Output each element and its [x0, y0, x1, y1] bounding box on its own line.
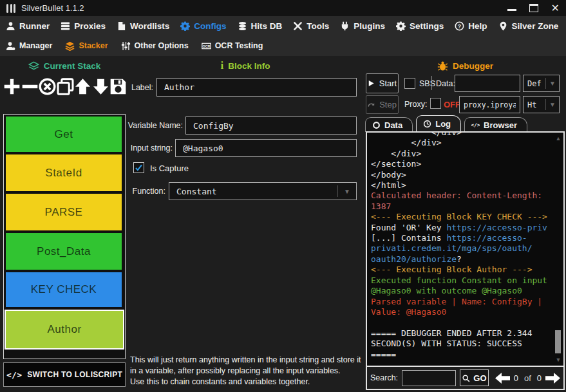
- add-button[interactable]: [3, 78, 21, 98]
- stack-block-get[interactable]: Get: [6, 117, 122, 152]
- search-total: 0: [537, 373, 542, 383]
- hitsdb-icon: [238, 21, 247, 31]
- log-line: @Hagaso0 with outcome @Hagaso0: [371, 286, 552, 296]
- proxy-type-dropdown[interactable]: Ht ▼: [523, 96, 560, 113]
- menu-item-stacker[interactable]: Stacker: [65, 41, 108, 51]
- log-scrollbar[interactable]: ▲ ▼: [554, 133, 563, 365]
- window-title: SilverBullet 1.1.2: [21, 3, 84, 13]
- menu-item-label: Manager: [19, 41, 52, 50]
- proxy-label: Proxy:: [404, 100, 427, 109]
- stack-block-stateid[interactable]: StateId: [6, 154, 122, 191]
- menu-item-runner[interactable]: Runner: [6, 21, 50, 31]
- maximize-button[interactable]: [529, 4, 538, 12]
- go-label: GO: [473, 373, 486, 383]
- log-output: </div> </div> </div></section></body></h…: [371, 131, 552, 360]
- block-info-title: Block Info: [228, 61, 270, 71]
- close-button[interactable]: ✕: [551, 3, 560, 14]
- log-line: Calculated header: Content-Length:: [371, 191, 552, 201]
- scroll-down-icon[interactable]: ▼: [554, 357, 563, 363]
- remove-button[interactable]: [21, 78, 39, 98]
- input-string-label: Input string:: [108, 144, 173, 153]
- menu-item-label: Hits DB: [251, 21, 283, 31]
- sbs-checkbox[interactable]: [404, 78, 415, 89]
- block-label: StateId: [45, 167, 82, 180]
- step-icon: [368, 101, 375, 108]
- stack-block-author[interactable]: Author: [5, 310, 124, 350]
- stack-block-key-check[interactable]: KEY CHECK: [6, 272, 122, 307]
- clear-button[interactable]: [39, 78, 56, 98]
- prev-result-button[interactable]: [495, 373, 510, 384]
- bug-icon: [437, 61, 448, 71]
- log-line: </html>: [371, 180, 552, 191]
- log-panel[interactable]: </div> </div> </div></section></body></h…: [366, 131, 565, 367]
- menu-bar: RunnerProxiesWordlistsConfigsHits DBTool…: [0, 16, 566, 36]
- menu-item-plugins[interactable]: Plugins: [340, 21, 385, 31]
- stack-block-parse[interactable]: PARSE: [6, 194, 122, 230]
- title-bar: SilverBullet 1.1.2 ✕: [0, 0, 566, 16]
- input-string-input[interactable]: [175, 139, 357, 157]
- search-of: of: [524, 373, 531, 383]
- tab-data[interactable]: Data: [365, 117, 413, 132]
- play-icon: [368, 80, 375, 87]
- log-line: [...] Contains https://accesso-: [371, 233, 552, 243]
- menu-item-tools[interactable]: Tools: [293, 21, 329, 31]
- help-icon: ?: [455, 21, 464, 31]
- is-capture-checkbox[interactable]: [133, 162, 144, 173]
- block-label: Author: [47, 323, 81, 336]
- proxy-checkbox[interactable]: [430, 98, 441, 109]
- variable-name-input[interactable]: [185, 117, 357, 135]
- start-label: Start: [379, 79, 397, 88]
- menu-item-proxies[interactable]: Proxies: [61, 21, 106, 31]
- menu-item-ocr-testing[interactable]: OCROCR Testing: [202, 41, 263, 51]
- menu-item-other-options[interactable]: Other Options: [121, 41, 189, 51]
- switch-to-loliscript-button[interactable]: </> SWITCH TO LOLISCRIPT: [3, 362, 126, 387]
- menu-item-manager[interactable]: Manager: [6, 41, 52, 51]
- start-button[interactable]: Start: [366, 73, 399, 93]
- tools-icon: [293, 21, 303, 31]
- svg-text:?: ?: [458, 23, 461, 30]
- stack-block-post-data[interactable]: Post_Data: [6, 233, 122, 270]
- log-line: </section>: [371, 159, 552, 169]
- step-button[interactable]: Step: [366, 95, 399, 114]
- search-go-button[interactable]: GO: [460, 369, 489, 386]
- tab-browser[interactable]: </>Browser: [464, 117, 527, 132]
- log-line: </div>: [371, 131, 552, 138]
- menu-item-hits-db[interactable]: Hits DB: [238, 21, 283, 31]
- chevron-down-icon: ▼: [546, 80, 559, 87]
- search-counter: 0 of 0: [514, 373, 542, 383]
- scrollbar-thumb[interactable]: [555, 330, 561, 353]
- next-result-button[interactable]: [545, 373, 560, 384]
- menu-item-settings[interactable]: Settings: [396, 21, 444, 31]
- switch-button-label: SWITCH TO LOLISCRIPT: [27, 370, 122, 379]
- runner-icon: [6, 21, 15, 31]
- label-input[interactable]: [156, 78, 357, 97]
- clone-button[interactable]: [57, 78, 74, 98]
- log-line: </div>: [371, 149, 552, 159]
- log-line: privati.credem.it/mga/sps/oauth/: [371, 243, 552, 254]
- menu-item-label: Stacker: [79, 41, 108, 50]
- log-line: Found 'OR' Key https://accesso-priv: [371, 223, 552, 233]
- function-dropdown[interactable]: Constant ▼: [169, 182, 357, 200]
- function-value: Constant: [169, 187, 337, 196]
- search-input[interactable]: [402, 370, 456, 386]
- menu-item-label: Settings: [410, 21, 444, 31]
- data-type-dropdown[interactable]: Def ▼: [523, 75, 560, 92]
- menu-item-wordlists[interactable]: Wordlists: [117, 21, 169, 31]
- minimize-button[interactable]: [507, 5, 516, 11]
- data-input[interactable]: [455, 75, 520, 92]
- code-icon: </>: [6, 370, 22, 380]
- log-tab-icon: [423, 120, 431, 128]
- search-position: 0: [514, 373, 518, 383]
- tab-log[interactable]: Log: [416, 115, 461, 132]
- scroll-up-icon[interactable]: ▲: [554, 135, 563, 142]
- menu-item-configs[interactable]: Configs: [180, 21, 226, 31]
- function-label: Function:: [99, 187, 165, 196]
- menu-item-silver-zone[interactable]: Silver Zone: [498, 21, 559, 31]
- block-label: Get: [55, 128, 73, 141]
- add-icon: [3, 78, 21, 95]
- tab-label: Browser: [484, 120, 517, 130]
- proxy-input[interactable]: [459, 96, 520, 113]
- menu-item-help[interactable]: ?Help: [455, 21, 487, 31]
- block-info-header: i Block Info: [129, 59, 362, 72]
- browser-tab-icon: </>: [471, 121, 480, 129]
